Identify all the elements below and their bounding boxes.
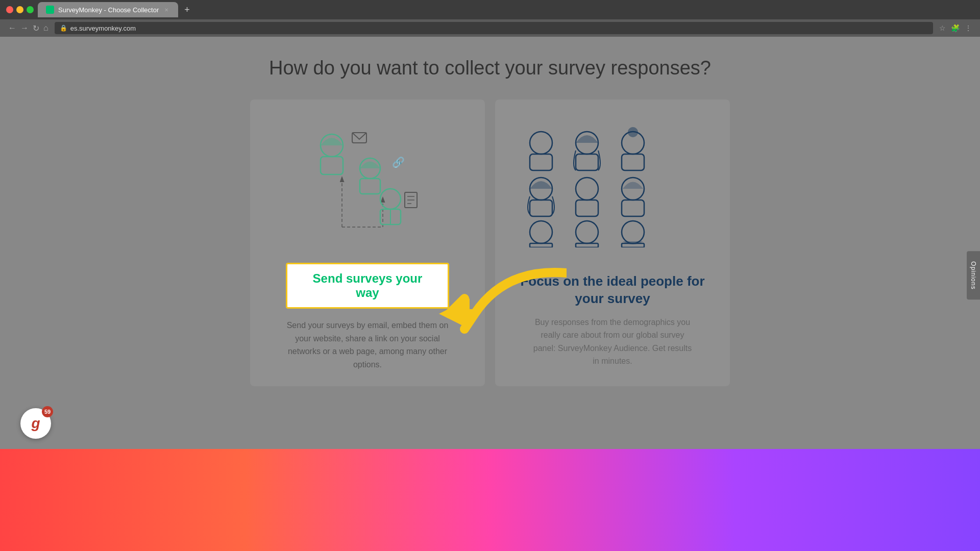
- svg-point-23: [628, 127, 638, 137]
- svg-point-27: [576, 178, 598, 200]
- svg-point-35: [622, 221, 644, 243]
- svg-rect-8: [360, 179, 380, 194]
- secure-icon: 🔒: [60, 24, 67, 32]
- left-illustration: 🔗: [265, 115, 470, 247]
- nav-right-controls: ☆ 🧩 ⋮: [939, 24, 972, 32]
- persons-svg: 🔗: [265, 115, 470, 253]
- browser-titlebar: SurveyMonkey - Choose Collector ✕ +: [0, 0, 980, 19]
- right-card-title: Focus on the ideal people for your surve…: [510, 273, 715, 308]
- avatars-grid: [521, 125, 653, 247]
- extensions-icon[interactable]: 🧩: [951, 24, 960, 32]
- nav-buttons: ← → ↻ ⌂: [8, 23, 48, 33]
- svg-point-18: [530, 132, 552, 154]
- g-badge[interactable]: g 59: [20, 408, 51, 439]
- bottom-gradient: [0, 449, 980, 551]
- svg-rect-19: [530, 154, 552, 170]
- svg-point-10: [380, 189, 401, 209]
- svg-rect-28: [576, 200, 598, 216]
- svg-rect-30: [622, 200, 644, 216]
- left-card-description: Send your surveys by email, embed them o…: [281, 319, 454, 371]
- svg-text:🔗: 🔗: [392, 156, 405, 168]
- svg-rect-5: [321, 157, 343, 174]
- send-surveys-button[interactable]: Send surveys your way: [286, 263, 449, 309]
- bookmark-icon[interactable]: ☆: [939, 24, 946, 32]
- menu-icon[interactable]: ⋮: [965, 24, 972, 32]
- page-content: How do you want to collect your survey r…: [0, 37, 980, 449]
- svg-rect-34: [576, 243, 598, 247]
- address-bar[interactable]: 🔒 es.surveymonkey.com: [55, 22, 933, 34]
- back-button[interactable]: ←: [8, 23, 16, 33]
- svg-rect-32: [530, 243, 552, 247]
- svg-rect-36: [622, 243, 644, 247]
- minimize-button[interactable]: [16, 6, 23, 13]
- svg-rect-21: [576, 154, 598, 170]
- browser-chrome: SurveyMonkey - Choose Collector ✕ + ← → …: [0, 0, 980, 37]
- forward-button[interactable]: →: [20, 23, 29, 33]
- home-button[interactable]: ⌂: [43, 23, 48, 33]
- close-button[interactable]: [6, 6, 13, 13]
- right-illustration: [510, 115, 715, 258]
- maximize-button[interactable]: [27, 6, 34, 13]
- right-card-description: Buy responses from the demographics you …: [531, 316, 694, 368]
- svg-rect-24: [622, 154, 644, 170]
- right-card[interactable]: Focus on the ideal people for your surve…: [495, 99, 730, 386]
- cards-container: 🔗 Send surveys your way Send your sur: [250, 99, 730, 386]
- left-card[interactable]: 🔗 Send surveys your way Send your sur: [250, 99, 485, 386]
- page-title: How do you want to collect your survey r…: [269, 57, 711, 79]
- address-text: es.surveymonkey.com: [70, 24, 136, 32]
- g-badge-count: 59: [42, 406, 53, 417]
- tab-favicon: [46, 6, 54, 14]
- new-tab-button[interactable]: +: [180, 5, 194, 15]
- traffic-lights: [6, 6, 34, 13]
- opinions-tab[interactable]: Opinions: [967, 251, 980, 299]
- svg-rect-26: [530, 200, 552, 216]
- svg-point-31: [530, 221, 552, 243]
- reload-button[interactable]: ↻: [33, 23, 39, 33]
- active-tab[interactable]: SurveyMonkey - Choose Collector ✕: [38, 2, 178, 17]
- browser-addressbar: ← → ↻ ⌂ 🔒 es.surveymonkey.com ☆ 🧩 ⋮: [0, 19, 980, 37]
- g-badge-letter: g: [31, 415, 40, 432]
- svg-point-33: [576, 221, 598, 243]
- tab-title: SurveyMonkey - Choose Collector: [58, 6, 159, 14]
- tab-bar: SurveyMonkey - Choose Collector ✕ +: [38, 2, 974, 17]
- tab-close-icon[interactable]: ✕: [163, 6, 170, 13]
